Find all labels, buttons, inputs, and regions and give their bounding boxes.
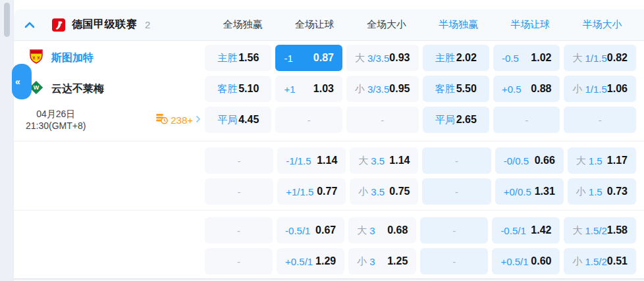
odds-value: 1.58 [607,224,628,236]
odds-cell[interactable]: 大1.51.17 [568,147,636,174]
bundesliga-logo-icon [52,18,65,32]
ou-prefix: 大 [572,52,582,64]
handicap-line: +1/1.5 [286,186,313,197]
odds-cell[interactable]: 客胜5.10 [205,76,271,102]
league-title: 德国甲级联赛 [72,18,137,32]
odds-label: 平局 [435,114,455,126]
over-under-line: 大3/3.5 [355,52,389,64]
odds-cell[interactable]: -10.87 [275,45,342,71]
odds-cell[interactable]: 小1.5/20.51 [564,248,636,274]
odds-cell[interactable]: +0.5/10.60 [492,248,560,274]
ou-value: 3/3.5 [367,53,389,64]
odds-value: 1.02 [531,52,551,64]
odds-cell: - [493,107,560,133]
over-under-line: 小3 [357,255,375,268]
column-header: 全场大小 [352,18,420,31]
odds-cell[interactable]: -0/0.50.66 [495,147,564,174]
odds-empty: - [455,155,458,166]
team-row-home[interactable]: 斯图加特 [14,45,205,71]
odds-value: 2.02 [456,52,477,64]
odds-cell[interactable]: 小1/1.51.06 [564,76,636,102]
odds-cell[interactable]: 平局2.65 [423,107,489,133]
ou-prefix: 大 [576,155,586,167]
collapse-left-icon: « [15,76,20,87]
odds-group: 斯图加特 W 云达不莱梅 04月26日 21:30(GMT+8) [14,41,644,141]
odds-empty: - [238,155,241,166]
ou-prefix: 小 [357,255,367,268]
handicap-line: -1/1.5 [286,155,311,166]
odds-cell: - [205,178,273,205]
odds-cell[interactable]: +11.03 [275,76,342,102]
odds-empty: - [308,115,311,126]
over-under-line: 大1.5/2 [572,224,606,237]
odds-cell[interactable]: 大3.51.14 [350,147,418,174]
odds-cell[interactable]: 主胜2.02 [423,45,489,71]
odds-value: 5.10 [238,83,259,95]
empty-left-column [14,217,205,274]
odds-cell: - [205,248,273,274]
league-cell: 德国甲级联赛 2 [14,18,205,32]
odds-value: 1.17 [607,155,628,166]
odds-value: 1.31 [535,186,555,197]
odds-cell[interactable]: -0.51.02 [493,45,560,71]
more-chevron-icon [196,114,201,126]
odds-cell[interactable]: -0.5/10.67 [277,217,344,243]
odds-value: 1.25 [387,255,408,267]
odds-value: 1.29 [315,255,336,267]
odds-cell[interactable]: +0.50.88 [493,76,560,102]
ou-value: 1/1.5 [585,84,606,95]
scrollbar-thumb[interactable] [4,3,10,37]
odds-cell[interactable]: 主胜1.56 [205,45,271,71]
odds-value: 5.50 [456,83,477,95]
odds-value: 0.75 [389,186,410,197]
ou-value: 1.5/2 [585,256,606,267]
over-under-line: 小1/1.5 [572,83,606,95]
ou-prefix: 小 [576,186,586,198]
odds-cell[interactable]: +0/0.51.31 [495,178,564,205]
ou-value: 3/3.5 [367,84,389,95]
odds-cell[interactable]: +1/1.50.77 [277,178,346,205]
odds-cell[interactable]: +0.5/11.29 [277,248,344,274]
odds-cell[interactable]: -0.5/11.42 [492,217,560,243]
odds-cell[interactable]: 大1.5/21.58 [564,217,636,243]
odds-value: 0.68 [387,224,408,236]
away-team-logo-icon: W [30,81,43,97]
ou-value: 3 [369,256,375,267]
odds-cell[interactable]: 小3/3.50.95 [346,76,419,102]
odds-cell[interactable]: 平局4.45 [205,107,271,133]
chevron-up-icon[interactable] [24,22,35,28]
handicap-line: +0.5/1 [285,256,313,267]
odds-value: 0.60 [531,255,551,267]
over-under-line: 小3/3.5 [355,83,389,95]
sidebar-collapse-tab[interactable]: « [12,64,32,99]
column-header: 半场让球 [496,18,564,31]
odds-value: 0.66 [535,155,555,166]
odds-cell[interactable]: 大3/3.50.93 [346,45,419,71]
column-header: 全场让球 [281,18,348,31]
odds-cell[interactable]: 小3.50.75 [350,178,418,205]
odds-cell[interactable]: 客胜5.50 [423,76,489,102]
odds-cell: - [205,217,273,243]
team-row-away[interactable]: W 云达不莱梅 [14,76,205,102]
odds-cell[interactable]: -1/1.51.14 [277,147,346,174]
odds-empty: - [381,115,384,126]
handicap-line: -0.5 [502,53,519,64]
more-markets-link[interactable]: 238+ [155,113,201,127]
match-time: 04月26日 21:30(GMT+8) [26,108,86,132]
match-meta-row: 04月26日 21:30(GMT+8) [14,107,205,133]
home-team-name: 斯图加特 [51,51,94,65]
odds-cell[interactable]: 小1.50.73 [568,178,636,205]
odds-cell: - [422,178,491,205]
odds-value: 4.45 [238,114,259,126]
odds-value: 0.88 [531,83,551,95]
odds-group: --1/1.51.14大3.51.14--0/0.50.66大1.51.17-+… [14,141,644,210]
odds-value: 1.56 [238,52,259,64]
column-header: 半场大小 [568,18,636,31]
ou-prefix: 大 [358,155,368,167]
odds-value: 0.93 [389,52,410,64]
odds-cell[interactable]: 大1/1.50.82 [564,45,636,71]
odds-cell: - [422,147,491,174]
empty-left-column [14,147,205,205]
odds-cell[interactable]: 大30.68 [348,217,416,243]
odds-cell[interactable]: 小31.25 [348,248,416,274]
